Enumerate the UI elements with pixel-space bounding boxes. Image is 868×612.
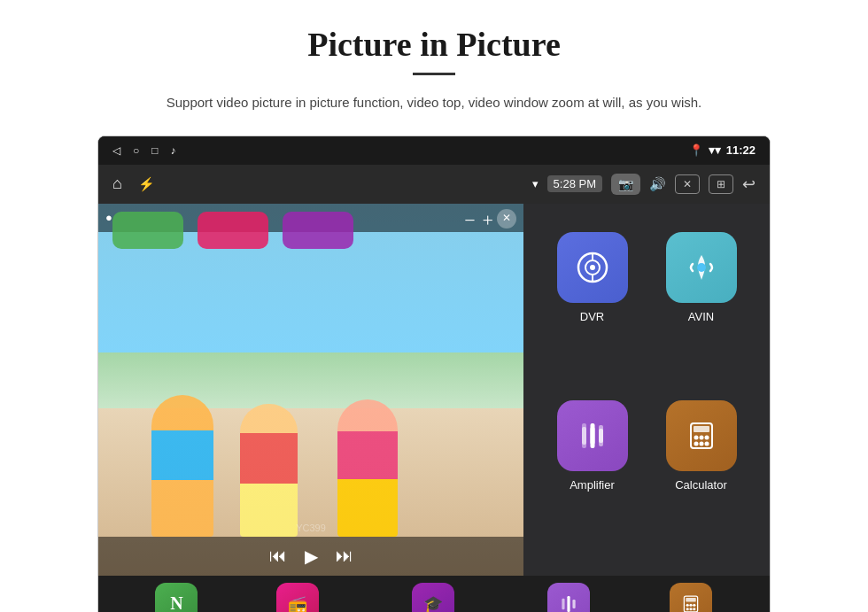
top-apps-row [98,204,523,257]
app-item-calculator[interactable]: Calculator [647,390,756,558]
avin-icon [666,232,737,303]
strip-netflix[interactable]: N Netflix [155,583,198,613]
svg-point-5 [697,263,706,272]
svg-point-19 [704,441,709,445]
calculator-icon [666,400,737,471]
person-3 [337,399,398,537]
svg-point-26 [689,603,692,606]
main-content: YC399 ● − + ✕ ⏮ ▶ [98,204,770,576]
svg-rect-24 [686,598,695,601]
avin-icon-svg [682,248,721,287]
signal-icon: ▾▾ [709,143,721,157]
dvr-icon [557,232,628,303]
svg-rect-20 [562,598,564,609]
next-button[interactable]: ⏭ [336,546,353,566]
pip-playback-controls: ⏮ ▶ ⏭ [98,537,523,576]
svg-rect-9 [590,427,594,445]
calculator-label: Calculator [675,478,727,492]
person-2 [240,404,298,537]
top-app-sirius[interactable] [198,212,268,249]
sirius-icon-symbol: 📻 [288,594,307,613]
close-button[interactable]: ✕ [675,174,700,194]
avin-label: AVIN [688,310,714,323]
home-nav-icon[interactable]: ○ [133,144,139,157]
dvr-label: DVR [580,310,604,323]
back-button[interactable]: ↩ [742,174,756,194]
video-watermark: YC399 [296,523,326,533]
app-item-amplifier[interactable]: Amplifier [538,390,647,558]
camera-icon: 📷 [618,177,633,191]
device-frame: ◁ ○ □ ♪ 📍 ▾▾ 11:22 ⌂ ⚡ ▾ 5:28 PM 📷 [97,136,771,613]
svg-point-25 [686,603,688,606]
status-bar-left: ◁ ○ □ ♪ [112,144,176,157]
nav-left: ⌂ ⚡ [112,174,155,193]
svg-rect-7 [582,423,586,448]
svg-point-30 [693,608,695,610]
svg-point-2 [590,265,595,270]
strip-amplifier[interactable]: Amplifier [547,583,590,613]
amplifier-icon-svg [573,416,612,455]
svg-rect-13 [694,426,709,432]
calculator-icon-svg [682,416,721,455]
home-icon[interactable]: ⌂ [112,174,122,193]
page-subtitle: Support video picture in picture functio… [167,91,701,114]
svg-rect-21 [567,596,570,612]
video-scene: YC399 [98,204,523,576]
calculator-strip-svg [678,592,703,613]
recent-nav-icon[interactable]: □ [151,144,158,157]
play-button[interactable]: ▶ [305,546,318,567]
nav-bar: ⌂ ⚡ ▾ 5:28 PM 📷 🔊 ✕ ⊞ ↩ [98,165,770,204]
svg-point-15 [699,435,703,439]
svg-point-16 [704,435,709,439]
back-nav-icon[interactable]: ◁ [112,144,120,157]
pip-button[interactable]: ⊞ [709,174,733,194]
calculator-strip-icon [670,583,712,613]
app-item-avin[interactable]: AVIN [647,221,756,390]
wheelkey-strip-icon: 🎓 [412,583,454,613]
status-bar-right: 📍 ▾▾ 11:22 [689,143,756,157]
status-bar: ◁ ○ □ ♪ 📍 ▾▾ 11:22 [98,136,770,165]
sirius-strip-icon: 📻 [276,583,319,613]
status-time: 11:22 [726,143,756,157]
app-grid: DVR AVIN [523,204,770,576]
page-wrapper: Picture in Picture Support video picture… [0,0,868,612]
top-app-wheelkey[interactable] [283,212,353,249]
svg-rect-22 [572,599,575,608]
volume-icon[interactable]: 🔊 [649,176,666,192]
svg-point-14 [694,435,698,439]
svg-point-29 [689,608,692,610]
pip-area: YC399 ● − + ✕ ⏮ ▶ [98,204,523,576]
nav-time: 5:28 PM [547,175,602,192]
strip-calculator[interactable]: Calculator [669,583,713,613]
netflix-strip-icon: N [155,583,198,613]
dvr-icon-svg [573,248,612,287]
strip-wheelkey[interactable]: 🎓 Wheelkey Study [398,583,468,613]
svg-rect-11 [599,425,603,446]
app-item-dvr[interactable]: DVR [538,221,647,390]
amplifier-strip-icon [547,583,590,613]
page-title: Picture in Picture [307,25,561,64]
person-1 [151,395,213,537]
svg-point-28 [686,608,688,610]
amplifier-icon [557,400,628,471]
netflix-letter: N [170,593,182,612]
gps-icon: 📍 [689,143,703,157]
music-status-icon: ♪ [171,144,176,157]
svg-point-17 [694,441,698,445]
svg-point-27 [693,603,695,606]
title-divider [413,73,455,75]
prev-button[interactable]: ⏮ [269,546,287,566]
camera-button[interactable]: 📷 [611,174,640,195]
amplifier-label: Amplifier [570,478,615,492]
bottom-app-strip: N Netflix 📻 SiriusXM 🎓 Wheelkey Study [98,576,770,613]
svg-point-18 [699,441,703,445]
usb-icon: ⚡ [138,176,155,192]
top-app-netflix[interactable] [112,212,183,249]
strip-sirius[interactable]: 📻 SiriusXM [276,583,319,613]
amplifier-strip-svg [556,592,581,613]
wifi-signal-icon: ▾ [532,177,539,190]
nav-right: ▾ 5:28 PM 📷 🔊 ✕ ⊞ ↩ [532,174,756,195]
wheelkey-icon-symbol: 🎓 [423,594,443,613]
